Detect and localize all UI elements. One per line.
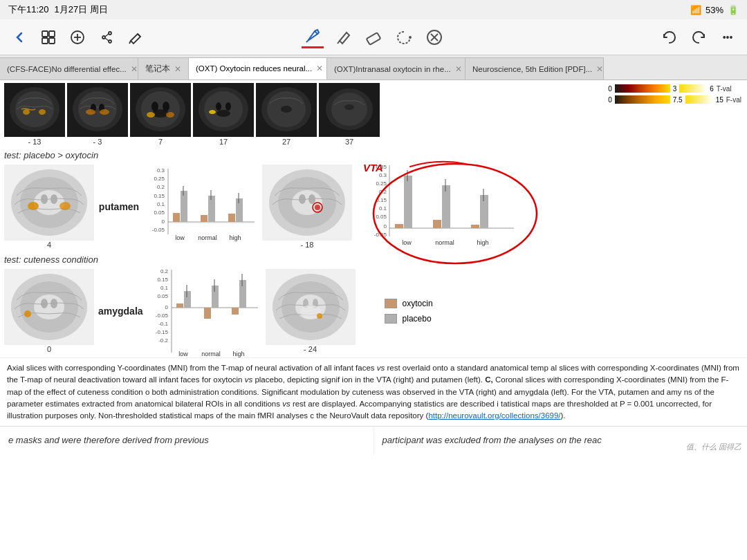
svg-text:0.25: 0.25 (376, 180, 387, 187)
amygdala-scan-label: 0 (47, 345, 51, 353)
tab-notebook-label: 笔记本 (145, 64, 170, 74)
tab-oxt-intranasal-close[interactable]: ✕ (455, 64, 462, 74)
tab-cfs-face-close[interactable]: ✕ (131, 64, 138, 74)
svg-point-58 (34, 190, 64, 215)
date: 1月27日 周日 (55, 3, 108, 16)
svg-rect-106 (404, 176, 412, 228)
tab-cfs-face[interactable]: (CFS-FACE)No differential effec... ✕ (0, 57, 138, 80)
bottom-text-right: participant was excluded from the analys… (374, 427, 748, 455)
tab-oxt-main-close[interactable]: ✕ (316, 64, 323, 73)
svg-point-43 (216, 102, 221, 111)
tab-notebook-close[interactable]: ✕ (174, 64, 181, 74)
tab-neuroscience[interactable]: Neuroscience, 5th Edition [PDF]... ✕ (465, 57, 604, 80)
top-brain-scans-row: - 13 - 3 (0, 80, 747, 149)
svg-text:-0.15: -0.15 (155, 329, 168, 335)
scan-label-minus13: - 13 (28, 138, 42, 146)
vta-label: VTA (363, 162, 383, 174)
pen-tool[interactable] (302, 26, 324, 48)
undo-button[interactable] (658, 26, 681, 48)
svg-text:0.1: 0.1 (379, 205, 387, 212)
bottom-text-row: e masks and were therefore derived from … (0, 426, 747, 455)
edit-button[interactable] (124, 26, 147, 48)
amygdala-brain-left: 0 (4, 269, 94, 353)
placebo-right-label: - 18 (301, 241, 314, 249)
amygdala-chart: 0.2 0.15 0.1 0.05 0 -0.05 -0.1 -0.15 -0.… (147, 266, 261, 356)
scan-label-27: 27 (282, 138, 290, 146)
svg-point-124 (24, 310, 31, 317)
redo-button[interactable] (688, 26, 710, 48)
tab-oxt-intranasal-label: (OXT)Intranasal oxytocin in rhe... (334, 65, 451, 73)
svg-point-90 (299, 194, 306, 204)
legend-placebo-label: placebo (403, 314, 432, 324)
close-annotation-tool[interactable] (423, 26, 445, 48)
svg-text:0.15: 0.15 (154, 193, 165, 199)
toolbar-left (8, 26, 147, 48)
svg-text:normal: normal (435, 239, 454, 246)
wifi-icon: 📶 (690, 5, 701, 15)
status-right: 📶 53% 🔋 (690, 5, 739, 15)
svg-text:0.1: 0.1 (160, 285, 168, 291)
tab-oxt-main[interactable]: (OXT) Oxytocin reduces neural... ✕ (189, 57, 327, 80)
tab-neuroscience-close[interactable]: ✕ (596, 64, 603, 74)
svg-point-60 (50, 194, 57, 204)
tabs-bar: (CFS-FACE)No differential effec... ✕ 笔记本… (0, 55, 747, 80)
svg-text:normal: normal (201, 351, 221, 357)
svg-line-14 (338, 41, 340, 44)
bottom-left-text: e masks and were therefore derived from … (8, 435, 209, 445)
svg-point-24 (39, 109, 46, 115)
svg-rect-139 (204, 308, 211, 319)
svg-line-11 (105, 38, 109, 41)
main-content: - 13 - 3 (0, 80, 747, 560)
share-button[interactable] (95, 26, 118, 48)
more-button[interactable]: ••• (717, 26, 739, 48)
svg-point-38 (147, 112, 155, 118)
back-button[interactable] (8, 26, 30, 48)
svg-rect-111 (471, 225, 479, 228)
svg-point-121 (34, 295, 64, 319)
svg-text:high: high (229, 234, 241, 241)
add-tab-button[interactable] (66, 26, 89, 48)
neurovault-link[interactable]: http://neurovault.org/collections/3699/ (428, 411, 560, 420)
svg-point-155 (317, 313, 322, 319)
svg-rect-140 (212, 286, 219, 308)
svg-point-30 (86, 109, 95, 115)
svg-point-37 (152, 109, 169, 118)
eraser-tool[interactable] (362, 26, 385, 48)
amygdala-label-area: amygdala (98, 306, 143, 317)
legend-placebo: placebo (385, 314, 433, 324)
svg-point-91 (308, 194, 315, 204)
t-val-label: T-val (717, 85, 732, 93)
watermark: 值、什么 固得乙 (686, 441, 741, 454)
svg-point-31 (100, 109, 109, 115)
section-placebo: test: placebo > oxytocin (0, 149, 747, 253)
svg-rect-109 (442, 185, 450, 228)
svg-rect-15 (367, 32, 381, 45)
svg-text:-0.2: -0.2 (158, 337, 168, 344)
scan-17: 17 (193, 83, 254, 146)
svg-rect-1 (49, 31, 55, 37)
legend-oxytocin-label: oxytocin (403, 299, 433, 308)
svg-point-7 (102, 36, 105, 39)
svg-rect-77 (201, 215, 208, 222)
content-wrapper[interactable]: - 13 - 3 (0, 80, 747, 560)
svg-rect-2 (42, 38, 48, 44)
svg-point-62 (59, 202, 71, 210)
scan-label-7: 7 (158, 138, 163, 146)
svg-rect-0 (42, 31, 48, 37)
tab-oxt-intranasal[interactable]: (OXT)Intranasal oxytocin in rhe... ✕ (327, 57, 465, 80)
tab-notebook[interactable]: 笔记本 ✕ (138, 57, 189, 80)
f-val-label: F-val (726, 96, 741, 104)
lasso-tool[interactable] (393, 26, 415, 48)
svg-rect-74 (173, 213, 180, 222)
annotation-tools (302, 26, 445, 48)
svg-rect-3 (49, 38, 55, 44)
highlighter-tool[interactable] (332, 26, 354, 48)
svg-rect-105 (395, 224, 403, 228)
putamen-scan-label: 4 (47, 241, 51, 249)
svg-text:-0.05: -0.05 (155, 312, 168, 319)
grid-button[interactable] (37, 26, 59, 48)
svg-text:0: 0 (384, 223, 387, 230)
svg-text:low: low (178, 351, 188, 357)
amygdala-brain-right: - 24 (266, 269, 356, 353)
toolbar: ••• (0, 19, 747, 55)
